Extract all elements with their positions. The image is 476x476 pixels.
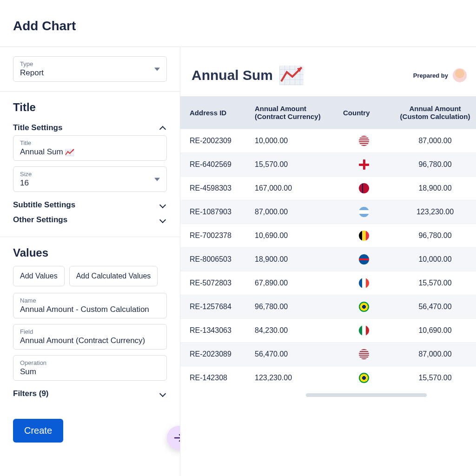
cell-country	[334, 224, 390, 248]
col-annual-amount-contract[interactable]: Annual Amount (Contract Currency)	[245, 96, 334, 129]
filters-label: Filters (9)	[13, 389, 49, 398]
type-label: Type	[20, 60, 160, 67]
table-row[interactable]: RE-700237810,690.0096,780.00	[180, 224, 476, 248]
chart-line-icon	[279, 66, 304, 85]
cell-custom-amount: 15,570.00	[390, 271, 476, 295]
add-values-button[interactable]: Add Values	[13, 266, 65, 286]
cell-address-id: RE-4598303	[180, 177, 245, 200]
cell-annual-amount: 87,000.00	[245, 200, 334, 224]
operation-label: Operation	[20, 359, 160, 366]
table-row[interactable]: RE-507280367,890.0015,570.00	[180, 271, 476, 295]
chevron-down-icon	[159, 217, 166, 223]
col-country[interactable]: Country	[334, 96, 390, 129]
prepared-by: Prepared by	[413, 68, 467, 82]
cell-annual-amount: 15,570.00	[245, 153, 334, 177]
cell-annual-amount: 10,000.00	[245, 129, 334, 153]
cell-custom-amount: 96,780.00	[390, 224, 476, 248]
subtitle-settings-toggle[interactable]: Subtitle Settings	[13, 198, 167, 212]
next-fab-button[interactable]	[167, 426, 180, 450]
cell-annual-amount: 123,230.00	[245, 366, 334, 390]
cell-address-id: RE-7002378	[180, 224, 245, 248]
title-input-label: Title	[20, 139, 160, 146]
type-select[interactable]: Type Report	[13, 56, 167, 82]
title-section-heading: Title	[13, 101, 167, 114]
page-title: Add Chart	[13, 19, 463, 33]
table-row[interactable]: RE-640256915,570.0096,780.00	[180, 153, 476, 177]
cell-address-id: RE-1343063	[180, 319, 245, 343]
cell-address-id: RE-6402569	[180, 153, 245, 177]
subtitle-settings-label: Subtitle Settings	[13, 200, 75, 210]
table-row[interactable]: RE-200230910,000.0087,000.00	[180, 129, 476, 153]
cell-custom-amount: 96,780.00	[390, 153, 476, 177]
cell-address-id: RE-142308	[180, 366, 245, 390]
cell-custom-amount: 87,000.00	[390, 129, 476, 153]
cell-annual-amount: 10,690.00	[245, 224, 334, 248]
config-sidebar: Type Report Title Title Settings Title A…	[0, 47, 180, 476]
cell-country	[334, 200, 390, 224]
title-input[interactable]: Title Annual Sum	[13, 135, 167, 161]
flag-icon	[359, 231, 369, 241]
scrollbar-thumb[interactable]	[306, 393, 427, 397]
flag-icon	[359, 207, 369, 217]
table-row[interactable]: RE-134306384,230.0010,690.00	[180, 319, 476, 343]
cell-address-id: RE-2002309	[180, 129, 245, 153]
name-value: Annual Amount - Custom Calculation	[20, 305, 160, 314]
cell-custom-amount: 56,470.00	[390, 295, 476, 319]
cell-country	[334, 366, 390, 390]
chevron-up-icon	[159, 126, 166, 132]
preview-pane: Annual Sum Prepared by	[180, 47, 476, 476]
table-row[interactable]: RE-202308956,470.0087,000.00	[180, 343, 476, 366]
table-row[interactable]: RE-800650318,900.0010,000.00	[180, 248, 476, 271]
other-settings-label: Other Settings	[13, 215, 67, 225]
cell-custom-amount: 123,230.00	[390, 200, 476, 224]
col-annual-amount-custom[interactable]: Annual Amount (Custom Calculation)	[390, 96, 476, 129]
add-calculated-values-button[interactable]: Add Calculated Values	[69, 266, 158, 286]
col-address-id[interactable]: Address ID	[180, 96, 245, 129]
cell-address-id: RE-1087903	[180, 200, 245, 224]
create-button[interactable]: Create	[13, 419, 63, 443]
cell-annual-amount: 96,780.00	[245, 295, 334, 319]
preview-title: Annual Sum	[192, 66, 304, 85]
cell-country	[334, 319, 390, 343]
title-settings-toggle[interactable]: Title Settings	[13, 120, 167, 135]
cell-custom-amount: 10,000.00	[390, 248, 476, 271]
operation-value: Sum	[20, 367, 160, 377]
flag-icon	[359, 136, 369, 146]
avatar[interactable]	[453, 68, 467, 82]
size-select[interactable]: Size 16	[13, 166, 167, 192]
cell-country	[334, 177, 390, 200]
cell-country	[334, 129, 390, 153]
title-input-value: Annual Sum	[20, 147, 160, 157]
table-row[interactable]: RE-142308123,230.0015,570.00	[180, 366, 476, 390]
table-row[interactable]: RE-4598303167,000.0018,900.00	[180, 177, 476, 200]
other-settings-toggle[interactable]: Other Settings	[13, 212, 167, 227]
cell-address-id: RE-8006503	[180, 248, 245, 271]
flag-icon	[359, 302, 369, 312]
cell-country	[334, 343, 390, 366]
name-input[interactable]: Name Annual Amount - Custom Calculation	[13, 293, 167, 318]
cell-country	[334, 248, 390, 271]
chart-line-icon	[65, 149, 74, 156]
cell-custom-amount: 87,000.00	[390, 343, 476, 366]
table-header-row: Address ID Annual Amount (Contract Curre…	[180, 96, 476, 129]
chevron-down-icon	[154, 67, 160, 71]
flag-icon	[359, 373, 369, 383]
arrow-right-icon	[173, 432, 180, 444]
cell-address-id: RE-5072803	[180, 271, 245, 295]
table-row[interactable]: RE-108790387,000.00123,230.00	[180, 200, 476, 224]
size-value: 16	[20, 178, 160, 188]
operation-input[interactable]: Operation Sum	[13, 355, 167, 381]
cell-custom-amount: 10,690.00	[390, 319, 476, 343]
page-header: Add Chart	[0, 0, 476, 47]
field-input[interactable]: Field Annual Amount (Contract Currency)	[13, 324, 167, 350]
cell-annual-amount: 67,890.00	[245, 271, 334, 295]
horizontal-scrollbar[interactable]	[180, 393, 476, 397]
title-settings-label: Title Settings	[13, 123, 62, 132]
table-row[interactable]: RE-125768496,780.0056,470.00	[180, 295, 476, 319]
name-label: Name	[20, 297, 160, 304]
chevron-down-icon	[154, 178, 160, 181]
flag-icon	[359, 325, 369, 336]
filters-toggle[interactable]: Filters (9)	[13, 386, 167, 401]
flag-icon	[359, 159, 369, 170]
flag-icon	[359, 254, 369, 264]
